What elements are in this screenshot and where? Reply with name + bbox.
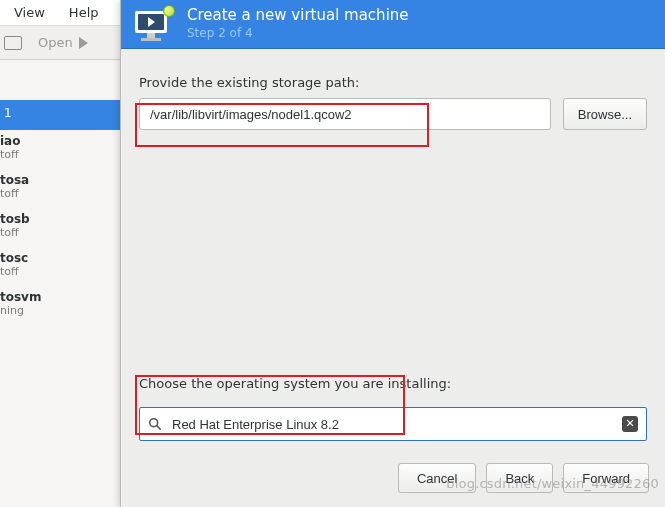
list-item[interactable]: tosvm ning [0, 286, 120, 325]
list-item[interactable]: tosc toff [0, 247, 120, 286]
os-search-field[interactable]: ✕ [139, 407, 647, 441]
clear-icon[interactable]: ✕ [622, 416, 638, 432]
menu-help[interactable]: Help [61, 2, 107, 23]
vm-list-selected-row[interactable]: 1 [0, 100, 120, 130]
search-icon [148, 417, 162, 431]
browse-button[interactable]: Browse... [563, 98, 647, 130]
os-label: Choose the operating system you are inst… [139, 376, 647, 391]
vm-name: iao [0, 134, 120, 148]
vm-state: toff [0, 226, 120, 239]
dialog-footer: Cancel Back Forward [121, 451, 665, 507]
play-icon [79, 37, 88, 49]
cancel-button[interactable]: Cancel [398, 463, 476, 493]
vm-state: toff [0, 187, 120, 200]
list-item[interactable]: tosb toff [0, 208, 120, 247]
vm-name: tosc [0, 251, 120, 265]
open-button[interactable]: Open [28, 31, 98, 54]
back-button[interactable]: Back [486, 463, 553, 493]
vm-wizard-icon [133, 7, 173, 39]
dialog-body: Provide the existing storage path: Brows… [121, 49, 665, 451]
dialog-title: Create a new virtual machine [187, 6, 409, 24]
vm-selected-label: 1 [4, 106, 12, 120]
vm-name: tosvm [0, 290, 120, 304]
vm-state: toff [0, 265, 120, 278]
open-label: Open [38, 35, 73, 50]
vm-name: tosb [0, 212, 120, 226]
svg-line-1 [157, 426, 160, 429]
forward-button[interactable]: Forward [563, 463, 649, 493]
list-item[interactable]: tosa toff [0, 169, 120, 208]
storage-path-label: Provide the existing storage path: [139, 75, 647, 90]
create-vm-dialog: Create a new virtual machine Step 2 of 4… [120, 0, 665, 507]
os-search-input[interactable] [170, 416, 614, 433]
vm-name: tosa [0, 173, 120, 187]
dialog-step: Step 2 of 4 [187, 26, 409, 40]
list-item[interactable]: iao toff [0, 130, 120, 169]
dialog-header: Create a new virtual machine Step 2 of 4 [121, 0, 665, 49]
menu-view[interactable]: View [6, 2, 53, 23]
monitor-icon [4, 36, 22, 50]
storage-path-input[interactable] [139, 98, 551, 130]
vm-state: toff [0, 148, 120, 161]
vm-state: ning [0, 304, 120, 317]
